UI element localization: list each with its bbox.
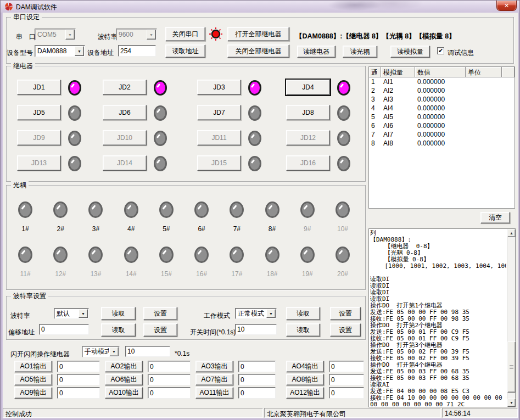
debug-log-box[interactable]: 列 【DAM0888】: 【继电器 0-8】 【光耦 0-8】 【模拟量 0-8… xyxy=(368,228,516,407)
read-address-button[interactable]: 读取地址 xyxy=(165,44,205,58)
column-header[interactable]: 单位 xyxy=(466,67,502,77)
analog-row[interactable]: 3AI30.000000 xyxy=(369,95,515,104)
offset-address-input[interactable] xyxy=(39,324,89,335)
ao-output-input[interactable] xyxy=(238,374,276,385)
relay-led xyxy=(248,131,261,146)
ao-output-button[interactable]: AO9输出 xyxy=(14,387,52,399)
ao-output-button[interactable]: AO10输出 xyxy=(105,387,143,399)
log-line: 接收:FE 05 00 00 FF 00 98 35 xyxy=(370,316,506,322)
ao-output-button[interactable]: AO7输出 xyxy=(195,374,233,385)
scroll-up-button[interactable]: ▲ xyxy=(507,229,516,237)
log-line: 【光耦 0-8】 xyxy=(370,250,506,256)
status-message: 控制成功 xyxy=(3,408,263,418)
ao-output-button[interactable]: AO5输出 xyxy=(14,374,52,385)
relay-button[interactable]: JD1 xyxy=(17,80,61,95)
ao-output-input[interactable] xyxy=(148,374,191,385)
flash-time-input[interactable] xyxy=(125,346,170,357)
column-header[interactable]: 通 xyxy=(369,67,381,77)
ao-output-button[interactable]: AO6输出 xyxy=(105,374,143,385)
status-bar: 控制成功 北京聚英翱翔电子有限公司 14:56:14 xyxy=(3,407,518,418)
open-all-relays-button[interactable]: 打开全部继电器 xyxy=(227,27,289,41)
ao-output-input[interactable] xyxy=(148,387,191,399)
switch-time-read-button[interactable]: 读取 xyxy=(286,323,320,337)
clear-log-button[interactable]: 清空 xyxy=(480,212,510,223)
analog-row[interactable]: 8AI80.000000 xyxy=(369,139,515,148)
work-mode-select[interactable]: 正常模式 ▼ xyxy=(235,308,277,319)
log-line: 读取AI xyxy=(370,382,506,388)
analog-row[interactable]: 4AI40.000000 xyxy=(369,104,515,113)
log-line: 发送:FE 04 00 00 00 08 E5 C3 xyxy=(370,388,506,395)
ao-output-input[interactable] xyxy=(238,387,276,399)
opto-item: 20# xyxy=(326,247,360,278)
analog-row[interactable]: 1AI10.000000 xyxy=(369,77,515,86)
debug-info-checkbox[interactable]: ✔ xyxy=(437,47,444,54)
analog-row[interactable]: 7AI70.000000 xyxy=(369,130,515,139)
ao-output-button[interactable]: AO4输出 xyxy=(286,361,324,372)
analog-row[interactable]: 6AI60.000000 xyxy=(369,121,515,130)
close-button[interactable]: ✕ xyxy=(496,1,517,11)
opto-item: 17# xyxy=(220,247,254,278)
opto-led xyxy=(265,201,279,218)
ao-output-button[interactable]: AO3输出 xyxy=(195,361,233,372)
flash-mode-select[interactable]: 手动模式 ▼ xyxy=(82,346,120,357)
column-header[interactable]: 模拟量 xyxy=(381,67,415,77)
ao-output-input[interactable] xyxy=(329,387,364,399)
ao-output-input[interactable] xyxy=(329,361,364,372)
chevron-down-icon: ▼ xyxy=(266,309,276,318)
ao-output-input[interactable] xyxy=(57,387,100,399)
switch-time-input[interactable] xyxy=(235,324,277,335)
baud-value-select[interactable]: 默认 ▼ xyxy=(54,308,89,319)
ao-output-input[interactable] xyxy=(57,374,100,385)
log-line: 接收:FE 04 10 00 00 00 00 00 00 00 00 00 0… xyxy=(370,395,506,401)
opto-led xyxy=(300,201,315,218)
baud-set-button[interactable]: 设置 xyxy=(143,307,177,320)
ao-output-input[interactable] xyxy=(148,361,191,372)
scrollbar-thumb[interactable] xyxy=(507,341,516,393)
ao-output-button[interactable]: AO2输出 xyxy=(105,361,143,372)
relay-button[interactable]: JD4 xyxy=(286,80,330,95)
ao-output-input[interactable] xyxy=(238,361,276,372)
opto-led xyxy=(194,247,209,263)
ao-output-button[interactable]: AO8输出 xyxy=(286,374,324,385)
serial-group-label: 串口设定 xyxy=(11,13,42,21)
ao-output-button[interactable]: AO1输出 xyxy=(14,361,52,372)
relay-button[interactable]: JD5 xyxy=(17,105,61,120)
relay-button[interactable]: JD3 xyxy=(197,80,241,95)
relay-led xyxy=(248,105,261,121)
work-mode-read-button[interactable]: 读取 xyxy=(286,307,320,320)
close-serial-button[interactable]: 关闭串口 xyxy=(165,27,205,41)
close-all-relays-button[interactable]: 关闭全部继电器 xyxy=(227,44,289,58)
column-header-extra[interactable] xyxy=(502,67,515,77)
ao-output-button[interactable]: AO11输出 xyxy=(195,387,233,399)
relay-led xyxy=(68,80,81,96)
relay-button: JD9 xyxy=(17,130,61,145)
status-company: 北京聚英翱翔电子有限公司 xyxy=(264,408,441,418)
analog-row[interactable]: 2AI20.000000 xyxy=(369,86,515,95)
log-line: 【模拟量 0-8】 xyxy=(370,256,506,263)
device-address-input[interactable] xyxy=(118,45,156,57)
baud-read-button[interactable]: 读取 xyxy=(101,307,136,320)
analog-row[interactable]: 5AI50.000000 xyxy=(369,113,515,121)
ao-output-input[interactable] xyxy=(329,374,364,385)
ao-output-input[interactable] xyxy=(57,361,100,372)
device-model-select[interactable]: DAM0888 ▼ xyxy=(35,45,85,57)
title-bar[interactable]: DAM调试软件 ✕ xyxy=(1,1,519,13)
switch-time-set-button[interactable]: 设置 xyxy=(330,323,361,337)
relay-button[interactable]: JD2 xyxy=(103,80,147,95)
baud-settings-group-label: 波特率设置 xyxy=(11,292,48,300)
work-mode-set-button[interactable]: 设置 xyxy=(330,307,361,320)
read-opto-button[interactable]: 读光耦 xyxy=(343,46,377,58)
scroll-down-button[interactable]: ▼ xyxy=(507,399,516,407)
relay-button[interactable]: JD7 xyxy=(197,105,241,120)
relay-button[interactable]: JD8 xyxy=(286,105,330,120)
relay-button: JD14 xyxy=(103,155,147,171)
column-header[interactable]: 数值 xyxy=(415,67,466,77)
opto-item: 7# xyxy=(220,201,254,233)
read-analog-button[interactable]: 读模拟量 xyxy=(390,46,430,58)
relay-button: JD13 xyxy=(17,155,61,171)
relay-button[interactable]: JD6 xyxy=(103,105,147,120)
offset-set-button[interactable]: 设置 xyxy=(143,323,177,337)
read-relays-button[interactable]: 读继电器 xyxy=(297,46,336,58)
ao-output-button[interactable]: AO12输出 xyxy=(286,387,324,399)
offset-read-button[interactable]: 读取 xyxy=(101,323,136,337)
